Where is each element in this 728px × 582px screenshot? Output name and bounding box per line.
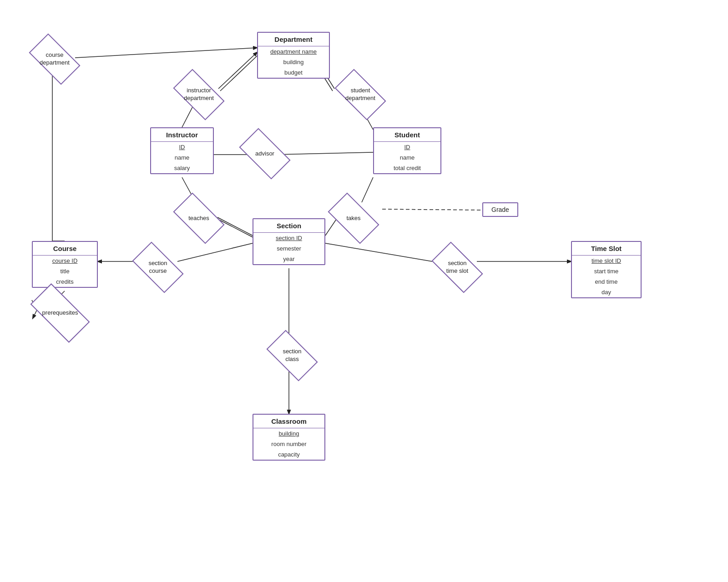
diamond-instr-dept: instructordepartment xyxy=(174,76,224,113)
svg-line-14 xyxy=(362,177,373,202)
svg-line-4 xyxy=(220,55,258,91)
entity-section-title: Section xyxy=(253,219,324,233)
svg-line-13 xyxy=(219,220,254,238)
diamond-section-timeslot: sectiontime slot xyxy=(432,249,482,286)
entity-department: Department department name building budg… xyxy=(257,32,330,79)
entity-instructor-title: Instructor xyxy=(151,128,213,142)
entity-instructor-attr-name: name xyxy=(151,152,213,163)
entity-student-attr-id: ID xyxy=(374,142,440,152)
svg-line-17 xyxy=(177,243,253,261)
diamond-section-class-shape xyxy=(266,330,318,381)
er-diagram: Department department name building budg… xyxy=(0,0,728,582)
diamond-instr-dept-shape xyxy=(173,69,224,120)
grade-box: Grade xyxy=(482,202,518,217)
entity-instructor-attr-salary: salary xyxy=(151,163,213,173)
entity-classroom: Classroom building room number capacity xyxy=(253,414,325,461)
entity-classroom-attr-building: building xyxy=(253,428,324,439)
diamond-prereq: prerequesites xyxy=(33,295,87,331)
svg-line-3 xyxy=(218,52,257,89)
diamond-section-timeslot-shape xyxy=(431,241,483,293)
entity-timeslot-title: Time Slot xyxy=(572,242,641,256)
entity-instructor: Instructor ID name salary xyxy=(150,127,214,174)
entity-section: Section section ID semester year xyxy=(253,218,325,265)
entity-course-title: Course xyxy=(33,242,97,256)
entity-section-attr-id: section ID xyxy=(253,233,324,243)
diamond-section-class: sectionclass xyxy=(267,337,317,374)
diamond-prereq-shape xyxy=(30,283,90,343)
entity-student-title: Student xyxy=(374,128,440,142)
entity-course-attr-id: course ID xyxy=(33,256,97,266)
svg-line-10 xyxy=(275,152,373,155)
entity-department-title: Department xyxy=(258,33,329,46)
entity-section-attr-semester: semester xyxy=(253,243,324,254)
entity-department-attr-building: building xyxy=(258,57,329,67)
entity-classroom-attr-capacity: capacity xyxy=(253,449,324,460)
diamond-section-course-shape xyxy=(132,241,183,293)
svg-line-16 xyxy=(382,209,482,210)
diamond-student-dept: studentdepartment xyxy=(335,76,385,113)
diamond-advisor: advisor xyxy=(240,135,290,172)
entity-section-attr-year: year xyxy=(253,254,324,264)
entity-course-attr-credits: credits xyxy=(33,276,97,287)
diamond-takes-shape xyxy=(328,192,379,244)
entity-department-attr-name: department name xyxy=(258,46,329,57)
diamond-course-dept-shape xyxy=(29,33,80,85)
entity-timeslot-attr-start: start time xyxy=(572,266,641,276)
diamond-section-course: sectioncourse xyxy=(133,249,183,286)
diamond-student-dept-shape xyxy=(334,69,386,120)
entity-course: Course course ID title credits xyxy=(32,241,98,288)
entity-student-attr-credit: total credit xyxy=(374,163,440,173)
diamond-advisor-shape xyxy=(239,128,290,179)
entity-student: Student ID name total credit xyxy=(373,127,441,174)
svg-line-0 xyxy=(75,48,257,58)
entity-department-attr-budget: budget xyxy=(258,67,329,78)
entity-classroom-attr-room: room number xyxy=(253,439,324,449)
entity-timeslot-attr-day: day xyxy=(572,287,641,297)
entity-timeslot: Time Slot time slot ID start time end ti… xyxy=(571,241,642,298)
entity-timeslot-attr-id: time slot ID xyxy=(572,256,641,266)
svg-line-19 xyxy=(325,243,432,261)
entity-classroom-title: Classroom xyxy=(253,415,324,428)
entity-course-attr-title: title xyxy=(33,266,97,276)
diamond-teaches: teaches xyxy=(174,200,224,236)
grade-label: Grade xyxy=(491,206,509,213)
entity-timeslot-attr-end: end time xyxy=(572,276,641,287)
diamond-teaches-shape xyxy=(173,192,224,244)
entity-instructor-attr-id: ID xyxy=(151,142,213,152)
entity-student-attr-name: name xyxy=(374,152,440,163)
diamond-course-dept: coursedepartment xyxy=(30,41,80,77)
diamond-takes: takes xyxy=(329,200,379,236)
